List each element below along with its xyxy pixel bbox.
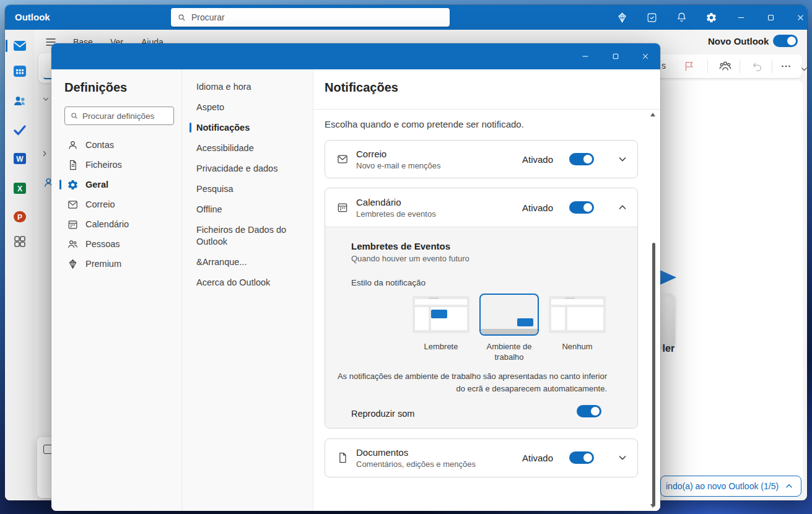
subcategory-notificacoes[interactable]: Notificações [182,118,313,138]
category-ficheiros[interactable]: Ficheiros [51,155,181,175]
apps-grid-icon [12,234,27,249]
my-day-button[interactable] [644,10,659,25]
folder-collapse-chevron[interactable] [42,94,50,102]
app-rail: W X P [5,30,35,500]
window-minimize-button[interactable] [733,10,748,25]
reminders-subheading: Quando houver um evento futuro [351,254,469,263]
gear-icon [67,179,79,191]
ribbon-text-fragment: s [661,61,666,71]
style-option-nenhum[interactable]: Nenhum [549,296,606,352]
chevron-up-icon[interactable] [618,203,627,212]
subcategory-offline[interactable]: Offline [182,199,313,220]
style-option-label: Nenhum [543,341,611,352]
welcome-banner-label: indo(a) ao novo Outlook (1/5) [666,481,779,491]
rail-mail[interactable] [12,38,27,53]
search-input[interactable] [191,12,443,22]
subcategory-ficheiros-de-dados[interactable]: Ficheiros de Dados do Outlook [182,220,313,252]
category-calendario[interactable]: Calendário [51,214,181,234]
rail-active-indicator [6,40,7,52]
rail-todo[interactable] [12,123,27,137]
svg-text:P: P [17,213,22,222]
groups-button[interactable] [718,59,732,73]
scroll-up-arrow[interactable] [650,113,655,116]
subcategory-arranque[interactable]: &Arranque... [182,252,313,272]
mail-notifications-toggle[interactable] [569,153,594,165]
welcome-banner-button[interactable]: indo(a) ao novo Outlook (1/5) [660,476,801,497]
ribbon-overflow-button[interactable] [779,59,793,73]
subcategory-acessibilidade[interactable]: Acessibilidade [182,138,313,159]
window-maximize-button[interactable] [763,10,778,25]
powerpoint-icon: P [12,209,27,224]
desktop-thumbnail [479,294,539,336]
documents-card-header[interactable]: Documentos Comentários, edições e mençõe… [325,439,637,476]
card-subtitle: Comentários, edições e menções [356,460,476,469]
calendar-card-header[interactable]: Calendário Lembretes de eventos Ativado [325,188,637,227]
ribbon-collapse-chevron[interactable] [800,64,807,72]
bell-icon [676,12,688,24]
settings-button[interactable] [704,10,718,25]
style-option-lembrete[interactable]: Lembrete [413,296,469,352]
subcategory-pesquisa[interactable]: Pesquisa [182,179,313,199]
premium-button[interactable] [614,10,629,25]
maximize-icon [765,12,777,24]
chevron-down-icon[interactable] [618,154,627,164]
documents-notifications-toggle[interactable] [569,451,594,464]
flag-icon [683,59,696,73]
ribbon-separator [740,59,740,73]
toggle-knob [583,203,592,212]
rail-excel[interactable]: X [12,181,27,196]
settings-search[interactable] [64,107,174,125]
global-search[interactable] [171,8,450,27]
folder-expand-chevron[interactable] [41,149,48,156]
category-label: Pessoas [85,239,120,249]
category-label: Calendário [85,219,129,229]
dialog-close-button[interactable] [638,49,653,64]
category-contas[interactable]: Contas [51,135,181,155]
chevron-down-icon[interactable] [618,453,627,463]
dialog-minimize-button[interactable] [578,49,593,64]
rail-people[interactable] [12,94,27,108]
subcategory-idioma-e-hora[interactable]: Idioma e hora [182,77,313,97]
ellipsis-icon [779,59,793,73]
subcategory-acerca-do-outlook[interactable]: Acerca do Outlook [182,272,313,293]
calendar-notifications-toggle[interactable] [569,201,594,214]
card-title: Documentos [356,447,476,458]
settings-search-input[interactable] [82,111,168,121]
undo-icon [751,59,764,73]
excel-icon: X [12,181,27,196]
rail-word[interactable]: W [12,151,27,166]
card-title: Correio [356,149,441,159]
category-correio[interactable]: Correio [51,194,181,214]
category-geral[interactable]: Geral [51,175,181,194]
subcategory-privacidade-e-dados[interactable]: Privacidade e dados [182,159,313,179]
calendar-app-icon [12,64,27,79]
calendar-icon [336,201,349,214]
category-list: Contas Ficheiros Geral Correio [51,135,181,274]
flag-button[interactable] [683,59,696,73]
scroll-down-arrow[interactable] [650,504,655,508]
toggle-knob [787,37,796,45]
subcategory-aspeto[interactable]: Aspeto [182,97,313,118]
dialog-scrollbar-thumb[interactable] [652,243,655,507]
category-pessoas[interactable]: Pessoas [51,234,181,254]
new-outlook-label: Novo Outlook [708,36,769,46]
close-icon [795,12,806,24]
style-option-ambiente-de-trabalho-selected[interactable]: Ambiente de trabalho [478,294,540,362]
style-option-label: Lembrete [407,341,475,352]
category-premium[interactable]: Premium [51,254,181,274]
ribbon-separator [772,59,772,73]
calendar-card-expanded: Lembretes de Eventos Quando houver um ev… [325,227,637,428]
window-close-button[interactable] [793,10,807,25]
new-outlook-toggle[interactable] [773,35,798,47]
rail-calendar[interactable] [12,64,27,79]
play-sound-toggle[interactable] [577,405,601,417]
notifications-button[interactable] [674,10,689,25]
mail-card-header[interactable]: Correio Novo e-mail e menções Ativado [325,141,637,178]
rail-powerpoint[interactable]: P [12,209,27,224]
dialog-maximize-button[interactable] [608,49,623,64]
reminders-heading: Lembretes de Eventos [351,241,450,251]
rail-more-apps[interactable] [12,234,27,249]
gear-icon [705,12,717,24]
undo-button[interactable] [751,59,764,73]
dialog-body: Definições Contas Ficheiros [51,69,660,511]
